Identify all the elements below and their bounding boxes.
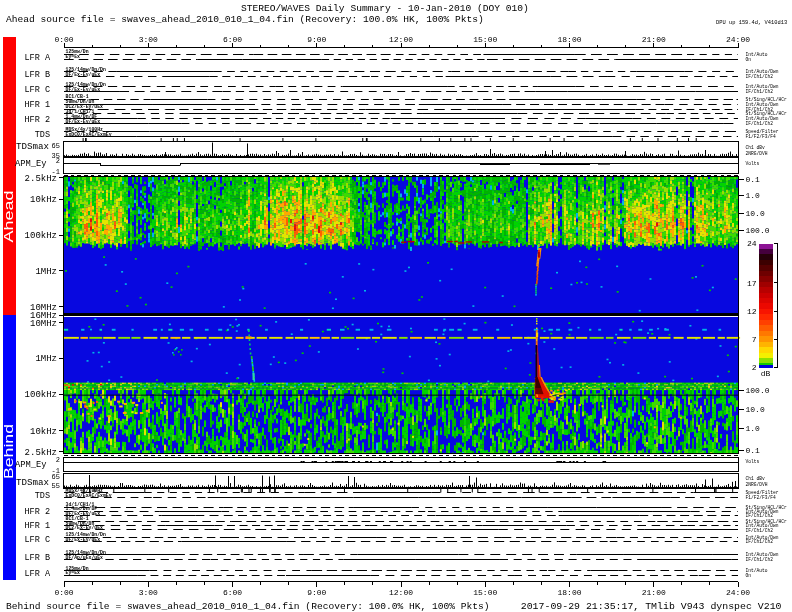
svg-text:10.0: 10.0 [746, 405, 765, 414]
svg-text:LFR B: LFR B [24, 70, 50, 80]
svg-text:9:00: 9:00 [307, 588, 326, 597]
svg-text:LFR A: LFR A [24, 569, 50, 579]
svg-text:IF/Ch1/Ch2: IF/Ch1/Ch2 [746, 528, 774, 533]
svg-text:3:00: 3:00 [139, 35, 158, 44]
svg-text:12:00: 12:00 [389, 588, 413, 597]
svg-text:LFR C: LFR C [24, 85, 50, 95]
svg-text:IF/Ch1/Ch2: IF/Ch1/Ch2 [746, 89, 774, 94]
svg-text:100.0: 100.0 [746, 386, 770, 395]
svg-text:IF/Ch1/Ch2: IF/Ch1/Ch2 [746, 121, 774, 126]
svg-text:APM_Ey: APM_Ey [15, 159, 47, 169]
svg-text:Behind source file = swaves_ah: Behind source file = swaves_ahead_2010_0… [6, 601, 490, 612]
svg-text:9:00: 9:00 [307, 35, 326, 44]
svg-text:1.0: 1.0 [746, 424, 761, 433]
svg-text:ExDC0/ExAC/ExmEy: ExDC0/ExAC/ExmEy [66, 132, 112, 137]
svg-text:Ey=Ex: Ey=Ex [66, 54, 81, 59]
svg-text:TDSmax: TDSmax [16, 142, 49, 152]
svg-text:0:00: 0:00 [54, 35, 73, 44]
svg-text:HFR 1: HFR 1 [24, 100, 50, 110]
svg-text:10MHz: 10MHz [30, 319, 57, 329]
svg-text:2NRG/DVH: 2NRG/DVH [746, 151, 768, 156]
svg-text:DF/Ex-Ey/uEx: DF/Ex-Ey/uEx [66, 537, 101, 542]
svg-text:10kHz: 10kHz [30, 195, 57, 205]
svg-text:2.5kHz: 2.5kHz [25, 448, 57, 458]
svg-text:10kHz: 10kHz [30, 427, 57, 437]
svg-text:LFR A: LFR A [24, 53, 50, 63]
svg-text:1.0: 1.0 [746, 191, 761, 200]
svg-text:On: On [746, 57, 752, 62]
svg-text:6:00: 6:00 [223, 588, 242, 597]
svg-text:DF/Ex-Ey/uEx: DF/Ex-Ey/uEx [66, 87, 101, 92]
svg-text:2: 2 [56, 157, 60, 165]
svg-text:18:00: 18:00 [557, 35, 581, 44]
svg-text:DF/Ex-Ey/uEx: DF/Ex-Ey/uEx [66, 72, 101, 77]
svg-text:10.0: 10.0 [746, 209, 765, 218]
svg-text:Ch1 dBv: Ch1 dBv [746, 145, 766, 150]
svg-text:6:00: 6:00 [223, 35, 242, 44]
svg-text:15:00: 15:00 [473, 588, 497, 597]
svg-text:65: 65 [52, 142, 60, 150]
svg-text:100.0: 100.0 [746, 226, 770, 235]
svg-text:0.1: 0.1 [746, 446, 761, 455]
svg-text:ExDC0/ExAC/ExmEy: ExDC0/ExAC/ExmEy [66, 493, 112, 498]
svg-text:3:00: 3:00 [139, 588, 158, 597]
svg-text:DC2/Ex-Ey/uEx: DC2/Ex-Ey/uEx [66, 525, 104, 530]
svg-text:TDS: TDS [35, 491, 50, 501]
svg-text:F1/F2/F3/F4: F1/F2/F3/F4 [746, 495, 777, 500]
svg-text:24:00: 24:00 [726, 35, 750, 44]
svg-text:Ahead source file = swaves_ahe: Ahead source file = swaves_ahead_2010_01… [6, 14, 484, 25]
svg-text:IF/Ch1/Ch2: IF/Ch1/Ch2 [746, 539, 774, 544]
svg-text:17: 17 [747, 279, 757, 288]
svg-text:Ch1 dBv: Ch1 dBv [746, 476, 766, 481]
svg-text:Volts: Volts [746, 459, 760, 464]
svg-text:1MHz: 1MHz [35, 354, 57, 364]
svg-text:0:00: 0:00 [54, 588, 73, 597]
svg-text:HFR 1: HFR 1 [24, 521, 50, 531]
svg-text:TDSmax: TDSmax [16, 478, 49, 488]
svg-text:IF/Ch1/Ch2: IF/Ch1/Ch2 [746, 513, 774, 518]
svg-text:2017-09-29 21:35:17, TMlib V94: 2017-09-29 21:35:17, TMlib V943 dynspec … [521, 601, 782, 612]
svg-text:LFR C: LFR C [24, 535, 50, 545]
svg-text:STEREO/WAVES Daily Summary - 1: STEREO/WAVES Daily Summary - 10-Jan-2010… [241, 3, 529, 14]
svg-text:-1: -1 [52, 467, 60, 475]
svg-text:IF/Ch1/Ch2: IF/Ch1/Ch2 [746, 557, 774, 562]
svg-text:55: 55 [52, 482, 60, 490]
svg-text:On: On [746, 573, 752, 578]
svg-text:Ahead: Ahead [1, 191, 16, 243]
svg-text:DF/Ap/uEx/uEx: DF/Ap/uEx/uEx [66, 555, 104, 560]
svg-text:18:00: 18:00 [557, 588, 581, 597]
svg-text:APM_Ey: APM_Ey [15, 460, 47, 470]
svg-text:F1/F2/F3/F4: F1/F2/F3/F4 [746, 134, 777, 139]
svg-text:DF/Ex-Ey/uEx: DF/Ex-Ey/uEx [66, 119, 101, 124]
svg-text:2.5kHz: 2.5kHz [25, 174, 57, 184]
svg-text:Volts: Volts [746, 161, 760, 166]
svg-text:LFR B: LFR B [24, 553, 50, 563]
svg-text:7: 7 [752, 335, 757, 344]
svg-text:DPU up 159.4d, V410d13: DPU up 159.4d, V410d13 [716, 20, 787, 26]
svg-text:21:00: 21:00 [642, 35, 666, 44]
svg-text:HFR 2: HFR 2 [24, 115, 50, 125]
svg-text:1MHz: 1MHz [35, 267, 57, 277]
svg-text:12: 12 [747, 307, 757, 316]
svg-text:2: 2 [752, 363, 757, 372]
svg-text:TDS: TDS [35, 130, 50, 140]
svg-text:24: 24 [747, 239, 757, 248]
svg-text:15:00: 15:00 [473, 35, 497, 44]
svg-text:Ey=Ex: Ey=Ex [66, 570, 81, 575]
svg-text:21:00: 21:00 [642, 588, 666, 597]
svg-text:2NRG/DVH: 2NRG/DVH [746, 482, 768, 487]
svg-text:100kHz: 100kHz [25, 390, 57, 400]
svg-text:dB: dB [761, 369, 771, 378]
svg-text:HFR 2: HFR 2 [24, 507, 50, 517]
svg-text:0.1: 0.1 [746, 175, 761, 184]
svg-text:100kHz: 100kHz [25, 231, 57, 241]
svg-text:Behind: Behind [1, 424, 16, 479]
svg-text:DF/Ex-Ey/uEx: DF/Ex-Ey/uEx [66, 511, 101, 516]
svg-text:2: 2 [56, 456, 60, 464]
svg-text:12:00: 12:00 [389, 35, 413, 44]
svg-text:24:00: 24:00 [726, 588, 750, 597]
svg-text:IF/Ch1/Ch2: IF/Ch1/Ch2 [746, 74, 774, 79]
